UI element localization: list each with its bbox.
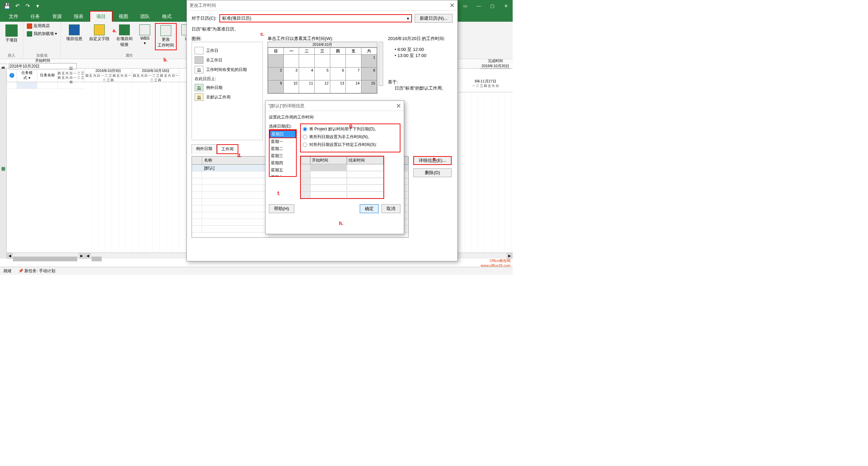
myaddins-label: 我的加载项 ▾	[34, 31, 57, 37]
save-icon[interactable]: 💾	[3, 3, 11, 9]
ribbon-group-insert: 子项目 插入	[0, 22, 23, 59]
legend-onthis: 在此日历上:	[195, 76, 260, 82]
day-sunday[interactable]: 星期日	[270, 130, 296, 138]
my-addins-button[interactable]: 我的加载项 ▾	[27, 31, 57, 37]
day-thursday[interactable]: 星期四	[270, 160, 296, 167]
calendar-scrollbar[interactable]	[379, 42, 383, 86]
radio-nonworking[interactable]: 将所列日期设置为非工作时间(N)。	[303, 134, 398, 140]
annotation-c: c.	[260, 31, 264, 37]
task-name-header[interactable]: 任务名称	[37, 69, 58, 82]
tab-task[interactable]: 任务	[24, 12, 46, 22]
click-day-label: 单击工作日以查看其工作时间(W):	[268, 36, 383, 42]
addins-icon	[27, 31, 32, 37]
watermark: Office教程网 www.office26.com	[481, 258, 511, 267]
working-time-2: • 13:00 至 17:00	[395, 53, 453, 59]
legend-label: 图例:	[192, 36, 263, 42]
mini-calendar[interactable]: 2016年10月 日一二三四五六 1 2345678 9101112131415	[268, 42, 377, 94]
delete-button[interactable]: 删除(D)	[413, 168, 452, 177]
links-label: 在项目间 链接	[116, 36, 133, 48]
projinfo-icon	[69, 24, 80, 35]
status-ready: 就绪	[3, 268, 12, 274]
projinfo-label: 项目信息	[66, 36, 82, 42]
new-calendar-button[interactable]: 新建日历(N)...	[415, 14, 453, 23]
legend-section: 图例: 工作日 非工作日 31工作时间有变化的日期 在此日历上: 31例外日期 …	[192, 36, 263, 140]
day-saturday[interactable]: 星期六	[270, 174, 296, 177]
week-header-1: 2016年10月9日四 五 六 日 一 二 三 四 五 六 日 一 二 三 四	[85, 69, 132, 82]
redo-icon[interactable]: ↷	[24, 3, 31, 9]
end-date-value: 2016年10月20日	[480, 63, 511, 69]
left-scrollbar[interactable]: ◀▶	[7, 253, 85, 259]
custfields-icon	[94, 24, 105, 35]
tab-resource[interactable]: 资源	[46, 12, 68, 22]
annotation-g: g.	[349, 123, 353, 128]
info-column-header: i	[7, 69, 17, 82]
for-calendar-label: 对于日历(C):	[192, 15, 217, 21]
week-header-right: 6年11月27日一 二 三 四 五 六 日	[458, 79, 513, 92]
select-days-label: 选择日期(E):	[269, 124, 297, 129]
subproject-icon	[5, 24, 18, 37]
set-workweek-label: 设置此工作周的工作时间	[269, 114, 400, 120]
radio-specific-time[interactable]: 对所列日期设置以下特定工作时间(S):	[303, 142, 398, 148]
legend-work: 工作日	[206, 48, 218, 54]
day-monday[interactable]: 星期一	[270, 138, 296, 145]
project-info-button[interactable]: 项目信息	[64, 23, 84, 43]
changewt-icon	[160, 25, 171, 36]
day-wednesday[interactable]: 星期三	[270, 152, 296, 160]
store-label: 应用商店	[34, 23, 50, 29]
ribbon-display-icon[interactable]: ▭	[458, 0, 472, 12]
ribbon-group-addins: 应用商店 我的加载项 ▾ 加载项	[23, 22, 61, 59]
custom-fields-button[interactable]: 自定义字段	[87, 23, 112, 43]
legend-box: 工作日 非工作日 31工作时间有变化的日期 在此日历上: 31例外日期 31非默…	[192, 42, 263, 140]
info-icon: i	[9, 73, 14, 78]
help-button[interactable]: 帮助(H)	[269, 204, 294, 213]
tab-format[interactable]: 格式	[156, 12, 178, 22]
ok-button[interactable]: 确定	[360, 204, 379, 213]
status-newtask[interactable]: 📌 新任务: 手动计划	[18, 268, 55, 274]
tab-exceptions[interactable]: 例外日期	[192, 144, 217, 154]
links-button[interactable]: 在项目间 链接	[114, 23, 135, 49]
app-store-button[interactable]: 应用商店	[27, 23, 57, 29]
days-listbox[interactable]: 星期日 星期一 星期二 星期三 星期四 星期五 星期六	[269, 129, 297, 177]
dialog2-close-icon[interactable]: ✕	[396, 102, 401, 110]
change-working-time-button[interactable]: 更改 工作时间	[155, 23, 177, 50]
dialog1-titlebar: 更改工作时间 ✕	[187, 0, 457, 11]
annotation-b: b.	[163, 57, 167, 62]
tab-project[interactable]: 项目	[90, 11, 113, 22]
close-button[interactable]: ✕	[499, 0, 513, 12]
day-friday[interactable]: 星期五	[270, 167, 296, 174]
start-date-label: 开始时间	[9, 58, 77, 63]
legend-except: 例外日期	[206, 85, 222, 91]
status-bar: 就绪 📌 新任务: 手动计划	[0, 267, 513, 275]
legend-nonwork: 非工作日	[206, 57, 222, 63]
wbs-label: WBS ▾	[140, 36, 150, 45]
dialog2-title: "[默认]"的详细信息	[268, 103, 304, 109]
wbs-button[interactable]: WBS ▾	[137, 23, 152, 47]
qat-more-icon[interactable]: ▾	[34, 3, 41, 9]
th-start: 开始时间	[310, 156, 347, 164]
tab-view[interactable]: 视图	[113, 12, 134, 22]
tab-file[interactable]: 文件	[3, 12, 24, 22]
maximize-button[interactable]: ▢	[486, 0, 499, 12]
group-label-props: 属性	[64, 52, 194, 59]
legend-edited: 工作时间有变化的日期	[206, 67, 247, 73]
end-date-label: 完成时间	[480, 58, 511, 63]
working-time-title: 2016年10月20日 的工作时间:	[388, 36, 453, 42]
tab-workweeks[interactable]: 工作周	[217, 144, 238, 154]
time-table[interactable]: 开始时间结束时间	[300, 156, 384, 199]
cancel-button[interactable]: 取消	[381, 204, 400, 213]
day-tuesday[interactable]: 星期二	[270, 145, 296, 152]
minimize-button[interactable]: —	[472, 0, 486, 12]
tab-report[interactable]: 报表	[68, 12, 90, 22]
annotation-e: e.	[433, 156, 437, 162]
undo-icon[interactable]: ↶	[14, 3, 21, 9]
task-mode-header[interactable]: 任务模 式 ▾	[17, 69, 37, 82]
select-days-section: 选择日期(E): 星期日 星期一 星期二 星期三 星期四 星期五 星期六	[269, 124, 297, 177]
week-header-0: 日四 五 六 日 一 二 三 四 五 六 日 一 二 三 四	[58, 69, 85, 82]
subproject-button[interactable]: 子项目	[3, 23, 20, 44]
changewt-label: 更改 工作时间	[158, 37, 174, 48]
th-end: 结束时间	[347, 156, 383, 164]
tab-team[interactable]: 团队	[134, 12, 156, 22]
view-bar[interactable]: 甘特图	[0, 69, 7, 259]
dialog1-close-icon[interactable]: ✕	[450, 2, 455, 9]
calendar-select[interactable]: 标准(项目日历)▾	[219, 14, 412, 22]
